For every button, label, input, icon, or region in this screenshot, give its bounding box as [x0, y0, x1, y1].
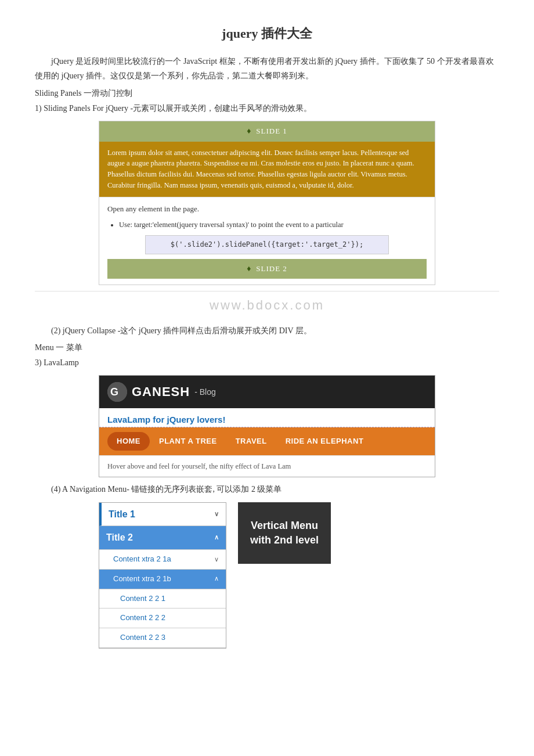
lavalamp-subtitle: LavaLamp for jQuery lovers! [99, 408, 435, 427]
chevron-down-icon: ∨ [214, 509, 219, 520]
vmenu-title1[interactable]: Title 1 ∨ [99, 503, 226, 527]
vmenu-section: Title 1 ∨ Title 2 ∧ Content xtra 2 1a ∨ … [99, 502, 435, 649]
vmenu-title2[interactable]: Title 2 ∧ [99, 526, 226, 550]
nav-item-travel[interactable]: TRAVEL [226, 432, 276, 451]
page-title: jquery 插件大全 [35, 23, 499, 44]
vertical-menu: Title 1 ∨ Title 2 ∧ Content xtra 2 1a ∨ … [99, 502, 226, 649]
nav-item-plant-tree[interactable]: PLANT A TREE [150, 432, 226, 451]
slide1-content: Lorem ipsum dolor sit amet, consectetuer… [99, 142, 435, 197]
chevron-down-icon-2: ∨ [214, 555, 219, 565]
slide1-header-text: SLIDE 1 [256, 125, 287, 138]
nav-item-home[interactable]: HOME [107, 432, 150, 451]
ganesh-text: GANESH [132, 381, 190, 402]
vmenu-subsub-2-label: Content 2 2 2 [120, 613, 165, 622]
slide2-header: ♦ SLIDE 2 [107, 259, 427, 279]
lavalamp-header: G GANESH - Blog [99, 376, 435, 408]
item3-label: 3) LavaLamp [35, 357, 499, 369]
vmenu-title2-label: Title 2 [106, 530, 133, 545]
slide1-header: ♦ SLIDE 1 [99, 121, 435, 141]
item1-label: 1) Sliding Panels For jQuery -元素可以展开或关闭，… [35, 102, 499, 115]
chevron-up-icon-2: ∧ [214, 574, 219, 584]
vmenu-subsub-3-label: Content 2 2 3 [120, 633, 165, 642]
vmenu-subsub-1-label: Content 2 2 1 [120, 594, 165, 603]
vmenu-side-label: Vertical Menuwith 2nd level [238, 502, 331, 564]
vmenu-subsub-2[interactable]: Content 2 2 2 [99, 609, 226, 628]
menu-label: Menu 一 菜单 [35, 341, 499, 354]
ganesh-logo-icon: G [107, 382, 127, 402]
lavalamp-nav: HOME PLANT A TREE TRAVEL RIDE AN ELEPHAN… [99, 427, 435, 456]
vmenu-title1-label: Title 1 [109, 507, 135, 522]
diamond-icon: ♦ [247, 125, 251, 138]
code-block: $('.slide2').slidePanel({target:'.target… [145, 235, 389, 254]
lavalamp-caption: Hover above and feel for yourself, the n… [99, 455, 435, 477]
vmenu-subsub-3[interactable]: Content 2 2 3 [99, 628, 226, 648]
vmenu-sub-item-1b[interactable]: Content xtra 2 1b ∧ [99, 570, 226, 589]
vmenu-subsub-1[interactable]: Content 2 2 1 [99, 589, 226, 609]
sliding-panels-label: Sliding Panels 一滑动门控制 [35, 87, 499, 100]
vmenu-sub-item-1a-label: Content xtra 2 1a [113, 553, 171, 566]
blog-text: - Blog [194, 386, 216, 398]
lavalamp-demo: G GANESH - Blog LavaLamp for jQuery love… [99, 375, 435, 477]
slide2-header-text: SLIDE 2 [256, 263, 287, 275]
watermark: www.bdocx.com [35, 291, 499, 319]
nav-item-ride-elephant[interactable]: RIDE AN ELEPHANT [276, 432, 373, 451]
slide1-body-text: Lorem ipsum dolor sit amet, consectetuer… [107, 149, 414, 189]
vmenu-sub-item-1b-label: Content xtra 2 1b [113, 573, 171, 585]
svg-text:G: G [110, 386, 118, 398]
intro-text: jQuery 是近段时间里比较流行的一个 JavaScript 框架，不断有使用… [35, 54, 499, 83]
slide1-footer: Open any element in the page. Use: targe… [99, 197, 435, 285]
vmenu-sub-item-1a[interactable]: Content xtra 2 1a ∨ [99, 550, 226, 570]
bullet-item: Use: target:'element(jquery traversal sy… [119, 219, 427, 231]
item4-label: (4) A Navigation Menu- 锚链接的无序列表嵌套, 可以添加 … [35, 483, 499, 496]
chevron-up-icon: ∧ [214, 532, 219, 543]
slide-demo: ♦ SLIDE 1 Lorem ipsum dolor sit amet, co… [99, 121, 435, 285]
footer-open-text: Open any element in the page. [107, 203, 427, 215]
item2-label: (2) jQuery Collapse -这个 jQuery 插件同样点击后滑动… [35, 325, 499, 337]
lavalamp-subtitle-text: LavaLamp for jQuery lovers! [107, 413, 427, 427]
diamond-icon-2: ♦ [247, 262, 251, 275]
